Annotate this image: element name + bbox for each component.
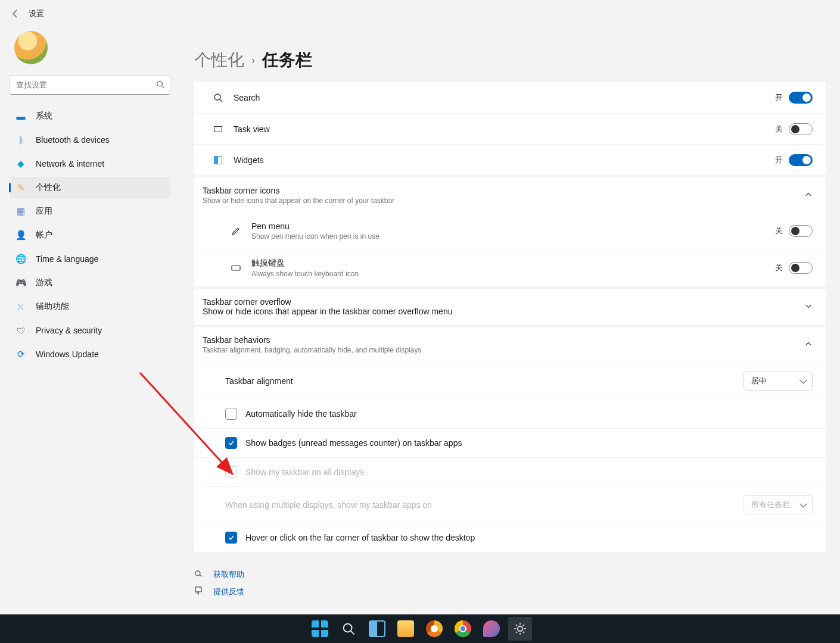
svg-line-13: [351, 631, 354, 635]
sidebar-item-bluetooth[interactable]: ᛒ Bluetooth & devices: [10, 129, 170, 151]
bluetooth-icon: ᛒ: [15, 135, 26, 145]
wifi-icon: ◆: [15, 158, 26, 169]
setting-touch-keyboard: 触摸键盘 Always show touch keyboard icon 关: [194, 249, 826, 286]
pen-icon: [225, 226, 247, 236]
svg-line-1: [162, 86, 164, 88]
back-arrow-icon: [11, 9, 20, 18]
checkbox-show-all-displays: [225, 466, 237, 478]
taskbar-explorer[interactable]: [394, 617, 418, 641]
breadcrumb-parent[interactable]: 个性化: [194, 49, 244, 71]
svg-point-2: [214, 94, 220, 100]
widgets-icon: [207, 156, 229, 164]
sidebar-item-accounts[interactable]: 👤 帐户: [10, 224, 170, 246]
setting-task-view: Task view 关: [194, 113, 826, 144]
setting-pen-menu: Pen menu Show pen menu icon when pen is …: [194, 213, 826, 249]
sidebar-item-privacy[interactable]: 🛡 Privacy & security: [10, 320, 170, 341]
sidebar-item-accessibility[interactable]: ⛌ 辅助功能: [10, 296, 170, 317]
update-icon: ⟳: [15, 349, 26, 360]
setting-search: Search 开: [194, 82, 826, 113]
toggle-widgets[interactable]: [789, 154, 813, 166]
search-icon: [207, 93, 229, 102]
accessibility-icon: ⛌: [15, 301, 26, 312]
svg-point-12: [344, 624, 352, 632]
sidebar-item-gaming[interactable]: 🎮 游戏: [10, 272, 170, 294]
personalization-icon: ✎: [15, 182, 26, 193]
select-taskbar-alignment[interactable]: 居中: [743, 372, 813, 391]
breadcrumb-current: 任务栏: [262, 49, 312, 71]
taskbar-paint[interactable]: [480, 617, 503, 641]
setting-widgets: Widgets 开: [194, 144, 826, 175]
taskbar-start[interactable]: [308, 617, 332, 641]
chevron-up-icon: [804, 340, 813, 350]
help-icon: [194, 569, 204, 580]
app-title: 设置: [29, 8, 44, 19]
sidebar-item-personalization[interactable]: ✎ 个性化: [10, 177, 170, 198]
task-view-icon: [207, 126, 229, 132]
group-corner-icons[interactable]: Taskbar corner icons Show or hide icons …: [194, 177, 826, 213]
chevron-down-icon: [804, 302, 813, 312]
sidebar-item-apps[interactable]: ▦ 应用: [10, 201, 170, 222]
keyboard-icon: [225, 263, 247, 273]
svg-point-8: [195, 571, 200, 576]
avatar[interactable]: [14, 31, 48, 64]
apps-icon: ▦: [15, 206, 26, 217]
feedback-icon: [194, 586, 204, 597]
chevron-right-icon: ›: [251, 54, 255, 67]
svg-point-0: [157, 81, 163, 86]
taskbar-settings[interactable]: [508, 617, 532, 641]
link-get-help[interactable]: 获取帮助: [194, 569, 826, 580]
search-input[interactable]: [10, 75, 170, 95]
sidebar-item-time-language[interactable]: 🌐 Time & language: [10, 248, 170, 270]
setting-show-all-displays: Show my taskbar on all displays: [194, 457, 826, 486]
setting-auto-hide[interactable]: Automatically hide the taskbar: [194, 399, 826, 428]
taskbar-chrome[interactable]: [451, 617, 475, 641]
sidebar-item-network[interactable]: ◆ Network & internet: [10, 153, 170, 174]
breadcrumb: 个性化 › 任务栏: [194, 49, 826, 71]
setting-show-badges[interactable]: Show badges (unread messages counter) on…: [194, 428, 826, 457]
taskbar-chrome-canary[interactable]: [422, 617, 446, 641]
chevron-up-icon: [804, 191, 813, 201]
taskbar-task-view[interactable]: [365, 617, 389, 641]
setting-taskbar-alignment: Taskbar alignment 居中: [194, 363, 826, 399]
svg-line-3: [220, 99, 222, 102]
checkbox-show-badges[interactable]: [225, 437, 237, 449]
svg-point-14: [518, 626, 522, 631]
select-multi-display: 所有任务栏: [743, 495, 813, 514]
checkbox-auto-hide[interactable]: [225, 408, 237, 420]
toggle-task-view[interactable]: [789, 123, 813, 135]
gaming-icon: 🎮: [15, 277, 26, 288]
accounts-icon: 👤: [15, 230, 26, 241]
search-icon: [156, 80, 164, 90]
shield-icon: 🛡: [15, 325, 26, 336]
gear-icon: [514, 622, 527, 635]
toggle-pen-menu[interactable]: [789, 225, 813, 237]
globe-icon: 🌐: [15, 254, 26, 264]
taskbar: [0, 614, 840, 643]
svg-rect-4: [232, 266, 240, 270]
setting-multi-display-apps: When using multiple displays, show my ta…: [194, 486, 826, 523]
toggle-search[interactable]: [789, 92, 813, 104]
back-button[interactable]: [11, 9, 20, 18]
search-icon: [342, 622, 355, 635]
group-behaviors[interactable]: Taskbar behaviors Taskbar alignment, bad…: [194, 327, 826, 363]
taskbar-search[interactable]: [337, 617, 360, 641]
group-corner-overflow[interactable]: Taskbar corner overflow Show or hide ico…: [194, 289, 826, 324]
system-icon: ▬: [15, 111, 26, 121]
sidebar-item-windows-update[interactable]: ⟳ Windows Update: [10, 344, 170, 365]
sidebar-item-system[interactable]: ▬ 系统: [10, 105, 170, 127]
link-feedback[interactable]: 提供反馈: [194, 586, 826, 597]
svg-rect-9: [195, 587, 201, 592]
setting-hover-show-desktop[interactable]: Hover or click on the far corner of task…: [194, 523, 826, 552]
toggle-touch-keyboard[interactable]: [789, 262, 813, 274]
checkbox-hover-show-desktop[interactable]: [225, 532, 237, 544]
